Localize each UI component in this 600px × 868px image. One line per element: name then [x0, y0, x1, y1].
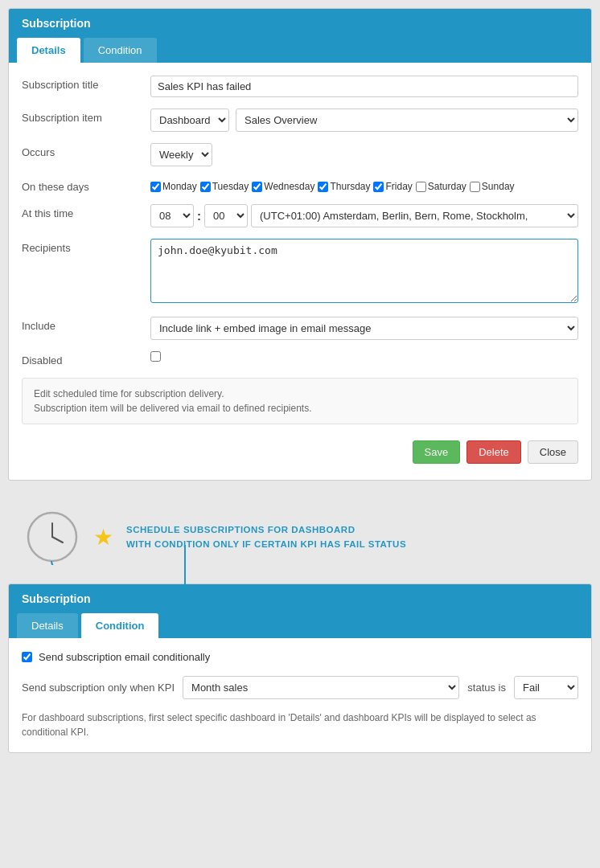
kpi-select[interactable]: Month sales [183, 676, 459, 699]
time-select-group: 08 : 00 (UTC+01:00) Amsterdam, Berlin, B… [150, 204, 578, 227]
clock-icon [24, 509, 80, 565]
checkbox-thursday[interactable] [318, 182, 328, 192]
on-these-days-wrap: Monday Tuesday Wednesday Thursday [150, 178, 578, 192]
label-friday: Friday [385, 181, 412, 192]
button-row: Save Delete Close [22, 436, 578, 467]
time-colon: : [197, 209, 201, 223]
subscription-item-name-select[interactable]: Sales Overview [236, 108, 578, 132]
label-saturday: Saturday [428, 181, 466, 192]
days-checkboxes: Monday Tuesday Wednesday Thursday [150, 178, 578, 192]
subscription-title-label: Subscription title [22, 76, 150, 91]
status-is-label: status is [467, 682, 506, 694]
card1-body: Subscription title Subscription item Das… [9, 63, 591, 480]
checkbox-wednesday[interactable] [252, 182, 262, 192]
disabled-checkbox[interactable] [150, 351, 161, 362]
checkbox-tuesday[interactable] [200, 182, 211, 192]
card2-header: Subscription [9, 584, 591, 613]
recipients-textarea[interactable]: john.doe@kyubit.com [150, 239, 578, 303]
annotation-area: ★ SCHEDULE SUBSCRIPTIONS FOR DASHBOARD W… [8, 497, 592, 577]
disabled-checkbox-row [150, 351, 578, 362]
subscription-title-wrap [150, 76, 578, 97]
subscription-item-label: Subscription item [22, 108, 150, 124]
tab-details-1[interactable]: Details [17, 38, 80, 63]
send-conditionally-label: Send subscription email conditionally [39, 651, 210, 663]
occurs-select[interactable]: Weekly [150, 143, 212, 166]
item-selects: Dashboard Sales Overview [150, 108, 578, 132]
hour-select[interactable]: 08 [150, 204, 194, 227]
day-sunday: Sunday [470, 181, 515, 192]
subscription-item-type-select[interactable]: Dashboard [150, 108, 229, 132]
svg-line-2 [52, 537, 63, 542]
info-line2: Subscription item will be delivered via … [34, 403, 312, 414]
day-saturday: Saturday [416, 181, 466, 192]
card1-header: Subscription [9, 9, 591, 38]
subscription-item-wrap: Dashboard Sales Overview [150, 108, 578, 132]
checkbox-monday[interactable] [150, 182, 161, 192]
close-button[interactable]: Close [528, 440, 578, 464]
label-thursday: Thursday [330, 181, 370, 192]
disabled-wrap [150, 351, 578, 362]
send-conditionally-row: Send subscription email conditionally [22, 651, 578, 663]
annotation-line1: SCHEDULE SUBSCRIPTIONS FOR DASHBOARD [126, 522, 406, 537]
include-label: Include [22, 317, 150, 332]
condition-row-label: Send subscription only when KPI [22, 682, 175, 694]
disabled-row: Disabled [22, 351, 578, 366]
condition-note: For dashboard subscriptions, first selec… [22, 710, 578, 739]
save-button[interactable]: Save [413, 440, 461, 464]
occurs-label: Occurs [22, 143, 150, 158]
subscription-title-row: Subscription title [22, 76, 578, 97]
at-this-time-row: At this time 08 : 00 (UTC+01:00) Amsterd… [22, 204, 578, 227]
subscription-card-1: Subscription Details Condition Subscript… [8, 8, 592, 481]
day-friday: Friday [373, 181, 412, 192]
checkbox-friday[interactable] [373, 182, 384, 192]
disabled-label: Disabled [22, 351, 150, 366]
day-thursday: Thursday [318, 181, 370, 192]
send-conditionally-checkbox[interactable] [22, 652, 32, 662]
recipients-row: Recipients john.doe@kyubit.com [22, 239, 578, 305]
checkbox-sunday[interactable] [470, 182, 480, 192]
recipients-label: Recipients [22, 239, 150, 254]
status-select[interactable]: Fail [514, 676, 578, 699]
occurs-wrap: Weekly [150, 143, 578, 166]
at-this-time-wrap: 08 : 00 (UTC+01:00) Amsterdam, Berlin, B… [150, 204, 578, 227]
info-box: Edit scheduled time for subscription del… [22, 378, 578, 424]
timezone-select[interactable]: (UTC+01:00) Amsterdam, Berlin, Bern, Rom… [251, 204, 578, 227]
annotation-text: SCHEDULE SUBSCRIPTIONS FOR DASHBOARD WIT… [126, 522, 406, 552]
card1-tab-bar: Details Condition [9, 38, 591, 63]
day-wednesday: Wednesday [252, 181, 314, 192]
tab-details-2[interactable]: Details [17, 613, 78, 638]
label-sunday: Sunday [482, 181, 515, 192]
checkbox-saturday[interactable] [416, 182, 426, 192]
label-tuesday: Tuesday [212, 181, 249, 192]
info-line1: Edit scheduled time for subscription del… [34, 388, 224, 399]
subscription-item-row: Subscription item Dashboard Sales Overvi… [22, 108, 578, 132]
tab-condition-1[interactable]: Condition [84, 38, 157, 63]
include-row: Include Include link + embed image in em… [22, 317, 578, 340]
minute-select[interactable]: 00 [204, 204, 248, 227]
condition-select-row: Send subscription only when KPI Month sa… [22, 676, 578, 699]
include-select[interactable]: Include link + embed image in email mess… [150, 317, 578, 340]
recipients-wrap: john.doe@kyubit.com [150, 239, 578, 305]
on-these-days-row: On these days Monday Tuesday Wednesday [22, 178, 578, 193]
day-tuesday: Tuesday [200, 181, 249, 192]
at-this-time-label: At this time [22, 204, 150, 219]
subscription-title-input[interactable] [150, 76, 578, 97]
tab-condition-2[interactable]: Condition [81, 613, 159, 638]
delete-button[interactable]: Delete [466, 440, 521, 464]
annotation-line2: WITH CONDITION ONLY IF CERTAIN KPI HAS F… [126, 537, 406, 551]
star-icon: ★ [93, 524, 113, 551]
label-wednesday: Wednesday [264, 181, 314, 192]
card2-tab-bar: Details Condition [9, 613, 591, 638]
card2-body: Send subscription email conditionally Se… [9, 638, 591, 752]
on-these-days-label: On these days [22, 178, 150, 193]
occurs-row: Occurs Weekly [22, 143, 578, 166]
label-monday: Monday [162, 181, 197, 192]
include-wrap: Include link + embed image in email mess… [150, 317, 578, 340]
day-monday: Monday [150, 181, 197, 192]
subscription-card-2: Subscription Details Condition Send subs… [8, 583, 592, 753]
